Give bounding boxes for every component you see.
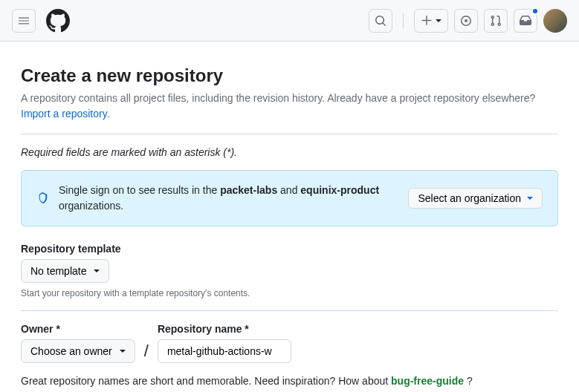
template-select[interactable]: No template — [21, 259, 109, 283]
issues-button[interactable] — [454, 9, 478, 33]
chevron-down-icon — [527, 197, 533, 200]
repo-name-hint: Great repository names are short and mem… — [21, 375, 558, 387]
repo-name-label: Repository name * — [158, 323, 291, 335]
page-subtitle: A repository contains all project files,… — [21, 91, 558, 122]
repo-name-input[interactable] — [158, 339, 291, 363]
shield-icon — [36, 192, 48, 204]
hamburger-menu-button[interactable] — [12, 9, 36, 33]
main-content: Create a new repository A repository con… — [0, 42, 579, 387]
required-fields-note: Required fields are marked with an aster… — [21, 146, 558, 158]
owner-repo-separator: / — [144, 342, 149, 363]
page-title: Create a new repository — [21, 65, 558, 86]
import-repository-link[interactable]: Import a repository. — [21, 108, 110, 120]
search-button[interactable] — [369, 9, 392, 33]
user-avatar[interactable] — [543, 9, 567, 33]
separator — [403, 13, 404, 28]
notification-indicator — [531, 7, 539, 15]
sso-banner: Single sign on to see results in the pac… — [21, 170, 558, 226]
name-suggestion[interactable]: bug-free-guide — [391, 375, 464, 387]
divider — [21, 310, 558, 311]
github-logo[interactable] — [46, 9, 70, 33]
chevron-down-icon — [94, 270, 100, 272]
pull-requests-button[interactable] — [484, 9, 508, 33]
template-label: Repository template — [21, 243, 558, 255]
owner-select[interactable]: Choose an owner — [21, 339, 135, 363]
select-organization-button[interactable]: Select an organization — [408, 188, 543, 209]
template-hint: Start your repository with a template re… — [21, 288, 558, 298]
divider — [21, 134, 558, 134]
chevron-down-icon — [120, 350, 126, 353]
owner-label: Owner * — [21, 323, 135, 335]
global-header — [0, 0, 579, 42]
sso-message: Single sign on to see results in the pac… — [59, 183, 398, 214]
create-new-menu[interactable] — [414, 9, 448, 33]
chevron-down-icon — [436, 19, 441, 22]
